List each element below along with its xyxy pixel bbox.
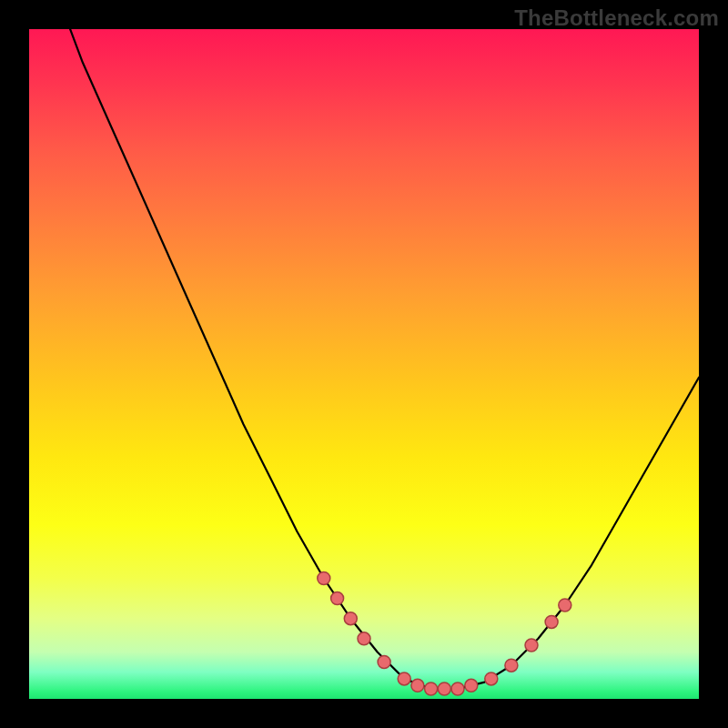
watermark-text: TheBottleneck.com [514, 5, 719, 31]
data-dot [559, 599, 571, 612]
data-dot [451, 682, 464, 695]
data-dot [318, 572, 330, 585]
data-dot [344, 612, 357, 625]
data-dot [505, 659, 518, 672]
data-dot [525, 639, 538, 652]
data-dot [358, 632, 370, 645]
dots-group [318, 572, 571, 696]
data-dot [485, 672, 498, 685]
data-dot [378, 656, 390, 669]
data-dot [331, 592, 344, 605]
bottleneck-curve [63, 9, 699, 689]
data-dot [398, 672, 410, 685]
data-dot [425, 682, 438, 695]
data-dot [411, 679, 424, 692]
chart-svg [29, 29, 699, 699]
data-dot [438, 682, 450, 695]
data-dot [545, 615, 558, 628]
data-dot [465, 679, 478, 692]
